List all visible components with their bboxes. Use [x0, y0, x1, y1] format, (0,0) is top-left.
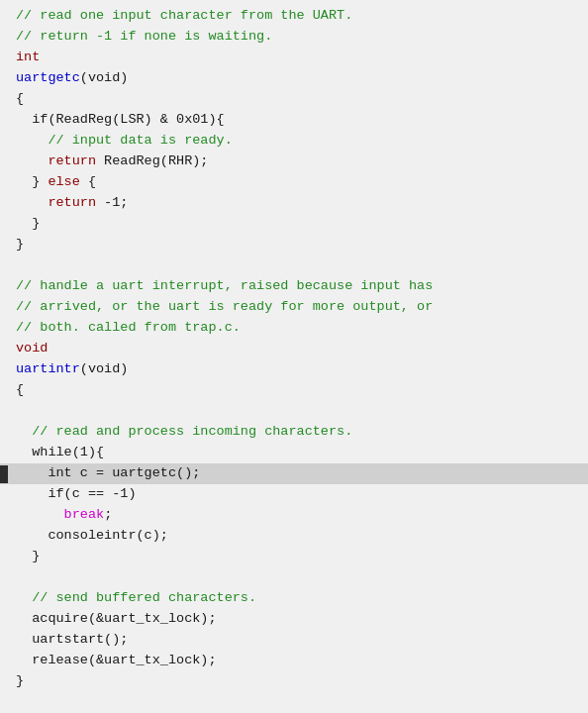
- line-bullet: [0, 443, 8, 463]
- line-text: // arrived, or the uart is ready for mor…: [8, 297, 588, 318]
- line-bullet: [0, 463, 8, 484]
- line-text: // read one input character from the UAR…: [8, 6, 588, 27]
- line-bullet: [0, 609, 8, 630]
- line-text: {: [8, 380, 588, 401]
- line-bullet: [0, 422, 8, 443]
- code-line: [0, 567, 588, 588]
- line-text: [8, 401, 588, 422]
- code-line: }: [0, 547, 588, 567]
- line-bullet: [0, 588, 8, 609]
- line-text: consoleintr(c);: [8, 526, 588, 547]
- code-line: return -1;: [0, 193, 588, 214]
- code-line: if(c == -1): [0, 484, 588, 505]
- line-bullet: [0, 297, 8, 318]
- line-text: return -1;: [8, 193, 588, 214]
- line-text: // read and process incoming characters.: [8, 422, 588, 443]
- line-text: uartstart();: [8, 630, 588, 651]
- line-bullet: [0, 671, 8, 692]
- code-line: break;: [0, 505, 588, 526]
- code-line: uartstart();: [0, 630, 588, 651]
- line-bullet: [0, 359, 8, 380]
- code-line: [0, 401, 588, 422]
- line-bullet: [0, 235, 8, 255]
- code-line: }: [0, 671, 588, 692]
- line-bullet: [0, 484, 8, 505]
- code-line: // return -1 if none is waiting.: [0, 27, 588, 48]
- line-text: while(1){: [8, 443, 588, 463]
- code-line: {: [0, 380, 588, 401]
- line-bullet: [0, 110, 8, 131]
- code-line: // handle a uart interrupt, raised becau…: [0, 276, 588, 297]
- code-line: if(ReadReg(LSR) & 0x01){: [0, 110, 588, 131]
- line-bullet: [0, 401, 8, 422]
- line-text: uartgetc(void): [8, 68, 588, 89]
- line-bullet: [0, 339, 8, 359]
- line-text: } else {: [8, 172, 588, 193]
- code-line: int: [0, 48, 588, 68]
- line-bullet: [0, 276, 8, 297]
- line-text: [8, 255, 588, 276]
- code-line: uartintr(void): [0, 359, 588, 380]
- line-text: // input data is ready.: [8, 131, 588, 152]
- code-line: return ReadReg(RHR);: [0, 152, 588, 172]
- line-text: // both. called from trap.c.: [8, 318, 588, 339]
- line-bullet: [0, 152, 8, 172]
- line-bullet: [0, 567, 8, 588]
- line-text: break;: [8, 505, 588, 526]
- line-text: int c = uartgetc();: [8, 463, 588, 484]
- code-line: // read and process incoming characters.: [0, 422, 588, 443]
- code-line: }: [0, 235, 588, 255]
- code-line: void: [0, 339, 588, 359]
- line-text: {: [8, 89, 588, 110]
- code-line: int c = uartgetc();: [0, 463, 588, 484]
- line-bullet: [0, 48, 8, 68]
- line-bullet: [0, 380, 8, 401]
- code-line: // read one input character from the UAR…: [0, 6, 588, 27]
- code-line: consoleintr(c);: [0, 526, 588, 547]
- line-text: // handle a uart interrupt, raised becau…: [8, 276, 588, 297]
- line-text: }: [8, 214, 588, 235]
- line-text: if(ReadReg(LSR) & 0x01){: [8, 110, 588, 131]
- line-bullet: [0, 505, 8, 526]
- code-line: [0, 255, 588, 276]
- code-line: acquire(&uart_tx_lock);: [0, 609, 588, 630]
- line-bullet: [0, 131, 8, 152]
- line-bullet: [0, 214, 8, 235]
- code-line: // send buffered characters.: [0, 588, 588, 609]
- line-text: }: [8, 235, 588, 255]
- line-text: if(c == -1): [8, 484, 588, 505]
- line-text: }: [8, 547, 588, 567]
- line-text: // return -1 if none is waiting.: [8, 27, 588, 48]
- code-line: uartgetc(void): [0, 68, 588, 89]
- line-text: return ReadReg(RHR);: [8, 152, 588, 172]
- line-bullet: [0, 27, 8, 48]
- line-text: int: [8, 48, 588, 68]
- line-bullet: [0, 630, 8, 651]
- line-text: acquire(&uart_tx_lock);: [8, 609, 588, 630]
- code-line: // both. called from trap.c.: [0, 318, 588, 339]
- line-bullet: [0, 193, 8, 214]
- line-bullet: [0, 6, 8, 27]
- code-line: }: [0, 214, 588, 235]
- line-text: [8, 567, 588, 588]
- code-line: {: [0, 89, 588, 110]
- line-text: void: [8, 339, 588, 359]
- line-text: release(&uart_tx_lock);: [8, 651, 588, 671]
- line-bullet: [0, 89, 8, 110]
- line-bullet: [0, 255, 8, 276]
- line-text: }: [8, 671, 588, 692]
- line-bullet: [0, 651, 8, 671]
- code-line: // arrived, or the uart is ready for mor…: [0, 297, 588, 318]
- line-bullet: [0, 318, 8, 339]
- code-line: while(1){: [0, 443, 588, 463]
- code-line: } else {: [0, 172, 588, 193]
- code-line: release(&uart_tx_lock);: [0, 651, 588, 671]
- line-bullet: [0, 526, 8, 547]
- line-bullet: [0, 172, 8, 193]
- code-line: // input data is ready.: [0, 131, 588, 152]
- line-text: uartintr(void): [8, 359, 588, 380]
- line-text: // send buffered characters.: [8, 588, 588, 609]
- line-bullet: [0, 68, 8, 89]
- code-editor: // read one input character from the UAR…: [0, 0, 588, 713]
- line-bullet: [0, 547, 8, 567]
